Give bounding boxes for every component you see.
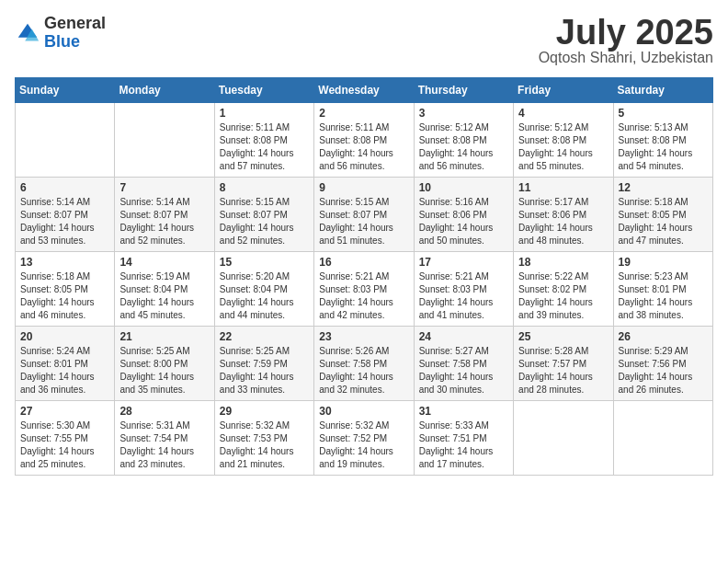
calendar-cell: 25Sunrise: 5:28 AMSunset: 7:57 PMDayligh… (514, 327, 613, 401)
cell-content: Sunrise: 5:27 AMSunset: 7:58 PMDaylight:… (419, 345, 508, 396)
cell-content: Sunrise: 5:32 AMSunset: 7:52 PMDaylight:… (319, 419, 408, 471)
cell-content: Sunrise: 5:29 AMSunset: 7:56 PMDaylight:… (619, 345, 708, 396)
calendar-cell: 3Sunrise: 5:12 AMSunset: 8:08 PMDaylight… (414, 103, 513, 178)
calendar-cell: 12Sunrise: 5:18 AMSunset: 8:05 PMDayligh… (613, 178, 712, 252)
day-number: 25 (518, 330, 608, 343)
calendar-cell: 8Sunrise: 5:15 AMSunset: 8:07 PMDaylight… (214, 178, 313, 252)
cell-content: Sunrise: 5:25 AMSunset: 8:00 PMDaylight:… (119, 345, 209, 396)
cell-content: Sunrise: 5:11 AMSunset: 8:08 PMDaylight:… (220, 121, 309, 173)
weekday-header: Monday (115, 78, 214, 103)
calendar-cell: 19Sunrise: 5:23 AMSunset: 8:01 PMDayligh… (613, 252, 712, 327)
cell-content: Sunrise: 5:31 AMSunset: 7:54 PMDaylight:… (119, 419, 209, 471)
calendar-cell: 26Sunrise: 5:29 AMSunset: 7:56 PMDayligh… (613, 327, 712, 401)
day-number: 21 (119, 330, 209, 343)
month-title: July 2025 (539, 15, 713, 50)
day-number: 5 (619, 107, 708, 120)
day-number: 8 (220, 181, 309, 194)
cell-content: Sunrise: 5:32 AMSunset: 7:53 PMDaylight:… (220, 419, 309, 471)
cell-content: Sunrise: 5:12 AMSunset: 8:08 PMDaylight:… (419, 121, 508, 173)
cell-content: Sunrise: 5:17 AMSunset: 8:06 PMDaylight:… (518, 196, 608, 247)
calendar-cell: 1Sunrise: 5:11 AMSunset: 8:08 PMDaylight… (214, 103, 313, 178)
day-number: 28 (119, 405, 209, 418)
cell-content: Sunrise: 5:21 AMSunset: 8:03 PMDaylight:… (319, 270, 408, 322)
day-number: 4 (518, 107, 608, 120)
day-number: 6 (20, 181, 109, 194)
weekday-header: Sunday (16, 78, 115, 103)
day-number: 9 (319, 181, 408, 194)
day-number: 24 (419, 330, 508, 343)
day-number: 1 (220, 107, 309, 120)
page-header: General Blue July 2025 Oqtosh Shahri, Uz… (15, 15, 713, 66)
day-number: 10 (419, 181, 508, 194)
calendar-cell: 5Sunrise: 5:13 AMSunset: 8:08 PMDaylight… (613, 103, 712, 178)
day-number: 31 (419, 405, 508, 418)
calendar-cell (613, 401, 712, 476)
calendar-cell: 10Sunrise: 5:16 AMSunset: 8:06 PMDayligh… (414, 178, 513, 252)
calendar-cell: 31Sunrise: 5:33 AMSunset: 7:51 PMDayligh… (414, 401, 513, 476)
cell-content: Sunrise: 5:19 AMSunset: 8:04 PMDaylight:… (119, 270, 209, 322)
day-number: 30 (319, 405, 408, 418)
calendar-cell: 18Sunrise: 5:22 AMSunset: 8:02 PMDayligh… (514, 252, 613, 327)
day-number: 26 (619, 330, 708, 343)
day-number: 29 (220, 405, 309, 418)
cell-content: Sunrise: 5:18 AMSunset: 8:05 PMDaylight:… (619, 196, 708, 247)
calendar-cell: 2Sunrise: 5:11 AMSunset: 8:08 PMDaylight… (314, 103, 414, 178)
cell-content: Sunrise: 5:22 AMSunset: 8:02 PMDaylight:… (518, 270, 608, 322)
calendar-cell (514, 401, 613, 476)
logo-general: General (44, 15, 106, 33)
calendar-cell: 23Sunrise: 5:26 AMSunset: 7:58 PMDayligh… (314, 327, 414, 401)
calendar-cell: 30Sunrise: 5:32 AMSunset: 7:52 PMDayligh… (314, 401, 414, 476)
day-number: 13 (20, 256, 109, 269)
weekday-header: Saturday (613, 78, 712, 103)
cell-content: Sunrise: 5:12 AMSunset: 8:08 PMDaylight:… (518, 121, 608, 173)
calendar-cell: 28Sunrise: 5:31 AMSunset: 7:54 PMDayligh… (115, 401, 214, 476)
weekday-header: Tuesday (214, 78, 313, 103)
day-number: 11 (518, 181, 608, 194)
title-block: July 2025 Oqtosh Shahri, Uzbekistan (539, 15, 713, 66)
day-number: 7 (119, 181, 209, 194)
cell-content: Sunrise: 5:28 AMSunset: 7:57 PMDaylight:… (518, 345, 608, 396)
calendar-cell: 24Sunrise: 5:27 AMSunset: 7:58 PMDayligh… (414, 327, 513, 401)
logo: General Blue (15, 15, 106, 52)
cell-content: Sunrise: 5:18 AMSunset: 8:05 PMDaylight:… (20, 270, 109, 322)
weekday-header: Wednesday (314, 78, 414, 103)
cell-content: Sunrise: 5:30 AMSunset: 7:55 PMDaylight:… (20, 419, 109, 471)
cell-content: Sunrise: 5:13 AMSunset: 8:08 PMDaylight:… (619, 121, 708, 173)
cell-content: Sunrise: 5:11 AMSunset: 8:08 PMDaylight:… (319, 121, 408, 173)
calendar-cell: 4Sunrise: 5:12 AMSunset: 8:08 PMDaylight… (514, 103, 613, 178)
cell-content: Sunrise: 5:20 AMSunset: 8:04 PMDaylight:… (220, 270, 309, 322)
day-number: 22 (220, 330, 309, 343)
calendar-cell: 7Sunrise: 5:14 AMSunset: 8:07 PMDaylight… (115, 178, 214, 252)
logo-text: General Blue (44, 15, 106, 52)
cell-content: Sunrise: 5:24 AMSunset: 8:01 PMDaylight:… (20, 345, 109, 396)
calendar-cell: 22Sunrise: 5:25 AMSunset: 7:59 PMDayligh… (214, 327, 313, 401)
calendar-cell: 13Sunrise: 5:18 AMSunset: 8:05 PMDayligh… (16, 252, 115, 327)
day-number: 12 (619, 181, 708, 194)
day-number: 16 (319, 256, 408, 269)
weekday-header: Friday (514, 78, 613, 103)
calendar-table: SundayMondayTuesdayWednesdayThursdayFrid… (15, 77, 713, 476)
calendar-cell: 14Sunrise: 5:19 AMSunset: 8:04 PMDayligh… (115, 252, 214, 327)
calendar-cell: 16Sunrise: 5:21 AMSunset: 8:03 PMDayligh… (314, 252, 414, 327)
calendar-cell: 27Sunrise: 5:30 AMSunset: 7:55 PMDayligh… (16, 401, 115, 476)
location-subtitle: Oqtosh Shahri, Uzbekistan (539, 50, 713, 66)
cell-content: Sunrise: 5:33 AMSunset: 7:51 PMDaylight:… (419, 419, 508, 471)
day-number: 15 (220, 256, 309, 269)
cell-content: Sunrise: 5:15 AMSunset: 8:07 PMDaylight:… (220, 196, 309, 247)
calendar-cell: 29Sunrise: 5:32 AMSunset: 7:53 PMDayligh… (214, 401, 313, 476)
calendar-cell (16, 103, 115, 178)
weekday-header: Thursday (414, 78, 513, 103)
calendar-cell (115, 103, 214, 178)
day-number: 18 (518, 256, 608, 269)
day-number: 17 (419, 256, 508, 269)
cell-content: Sunrise: 5:14 AMSunset: 8:07 PMDaylight:… (119, 196, 209, 247)
day-number: 23 (319, 330, 408, 343)
calendar-cell: 11Sunrise: 5:17 AMSunset: 8:06 PMDayligh… (514, 178, 613, 252)
day-number: 14 (119, 256, 209, 269)
calendar-cell: 6Sunrise: 5:14 AMSunset: 8:07 PMDaylight… (16, 178, 115, 252)
calendar-cell: 21Sunrise: 5:25 AMSunset: 8:00 PMDayligh… (115, 327, 214, 401)
logo-blue: Blue (44, 33, 106, 52)
cell-content: Sunrise: 5:26 AMSunset: 7:58 PMDaylight:… (319, 345, 408, 396)
cell-content: Sunrise: 5:23 AMSunset: 8:01 PMDaylight:… (619, 270, 708, 322)
cell-content: Sunrise: 5:21 AMSunset: 8:03 PMDaylight:… (419, 270, 508, 322)
